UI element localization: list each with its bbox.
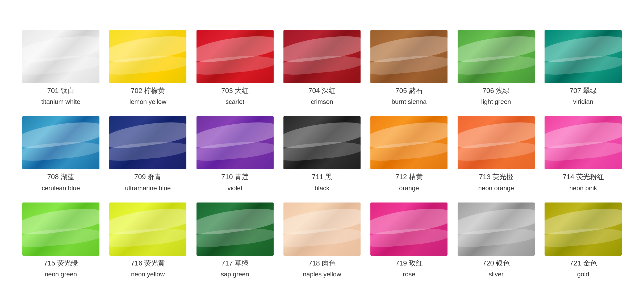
color-item-709: 709 群青 ultramarine blue [108,116,187,192]
color-swatch-703 [196,30,274,83]
color-en-713: neon orange [478,184,514,192]
color-label-714: 714 荧光粉红 [563,172,604,182]
color-item-703: 703 大红 scarlet [195,30,274,106]
color-swatch-719 [370,202,448,256]
color-item-718: 718 肉色 naples yellow [282,202,361,278]
color-swatch-721 [545,202,622,256]
color-item-715: 715 荧光绿 neon green [21,202,100,278]
color-label-705: 705 赭石 [395,86,423,95]
color-swatch-715 [22,202,99,256]
color-item-720: 720 银色 sliver [457,202,536,278]
color-en-720: sliver [489,271,504,278]
color-label-717: 717 草绿 [221,258,249,268]
color-swatch-701 [22,30,99,83]
color-swatch-707 [545,30,622,83]
color-item-713: 713 荧光橙 neon orange [457,116,536,192]
color-grid: 701 钛白 titanium white 702 柠檬黄 lemon yell… [0,14,644,294]
color-swatch-717 [196,202,274,256]
color-swatch-714 [545,116,622,169]
color-item-701: 701 钛白 titanium white [21,30,100,106]
color-en-708: cerulean blue [42,184,80,192]
color-en-715: neon green [45,271,77,278]
color-en-716: neon yellow [131,271,165,278]
color-label-720: 720 银色 [483,258,510,268]
color-label-719: 719 玫红 [395,258,423,268]
color-swatch-713 [458,116,535,169]
color-label-716: 716 荧光黄 [131,258,165,268]
color-item-710: 710 青莲 violet [195,116,274,192]
color-en-718: naples yellow [303,271,341,278]
color-swatch-705 [370,30,448,83]
color-item-706: 706 浅绿 light green [457,30,536,106]
color-label-713: 713 荧光橙 [479,172,513,182]
color-en-714: neon pink [569,184,597,192]
color-item-721: 721 金色 gold [544,202,623,278]
color-label-707: 707 翠绿 [570,86,597,95]
color-en-719: rose [403,271,415,278]
color-label-718: 718 肉色 [308,258,336,268]
color-en-704: crimson [311,98,333,106]
color-en-717: sap green [221,271,249,278]
color-swatch-708 [22,116,99,169]
color-en-701: titanium white [41,98,80,106]
color-label-709: 709 群青 [134,172,162,182]
color-label-715: 715 荧光绿 [44,258,78,268]
color-item-712: 712 桔黄 orange [370,116,449,192]
color-item-705: 705 赭石 burnt sienna [370,30,449,106]
color-item-704: 704 深红 crimson [282,30,361,106]
color-swatch-712 [370,116,448,169]
color-label-702: 702 柠檬黄 [131,86,165,95]
color-item-714: 714 荧光粉红 neon pink [544,116,623,192]
color-label-712: 712 桔黄 [395,172,423,182]
color-label-701: 701 钛白 [47,86,74,95]
color-en-705: burnt sienna [391,98,426,106]
color-item-702: 702 柠檬黄 lemon yellow [108,30,187,106]
color-item-708: 708 湖蓝 cerulean blue [21,116,100,192]
color-item-717: 717 草绿 sap green [195,202,274,278]
color-item-719: 719 玫红 rose [370,202,449,278]
color-label-703: 703 大红 [221,86,249,95]
color-en-710: violet [228,184,242,192]
color-swatch-718 [283,202,361,256]
color-en-702: lemon yellow [129,98,166,106]
color-en-709: ultramarine blue [125,184,171,192]
color-swatch-711 [283,116,361,169]
color-label-711: 711 黑 [312,172,332,182]
color-label-721: 721 金色 [570,258,597,268]
color-swatch-720 [458,202,535,256]
color-en-712: orange [399,184,419,192]
color-swatch-702 [109,30,186,83]
color-en-706: light green [481,98,511,106]
color-item-711: 711 黑 black [282,116,361,192]
color-en-711: black [315,184,329,192]
color-label-706: 706 浅绿 [483,86,510,95]
color-item-716: 716 荧光黄 neon yellow [108,202,187,278]
color-swatch-706 [458,30,535,83]
color-swatch-704 [283,30,361,83]
color-swatch-716 [109,202,186,256]
color-label-708: 708 湖蓝 [47,172,74,182]
color-label-704: 704 深红 [308,86,336,95]
color-swatch-710 [196,116,274,169]
color-en-703: scarlet [225,98,244,106]
color-en-707: viridian [573,98,593,106]
color-label-710: 710 青莲 [221,172,249,182]
color-swatch-709 [109,116,186,169]
color-en-721: gold [577,271,589,278]
color-item-707: 707 翠绿 viridian [544,30,623,106]
